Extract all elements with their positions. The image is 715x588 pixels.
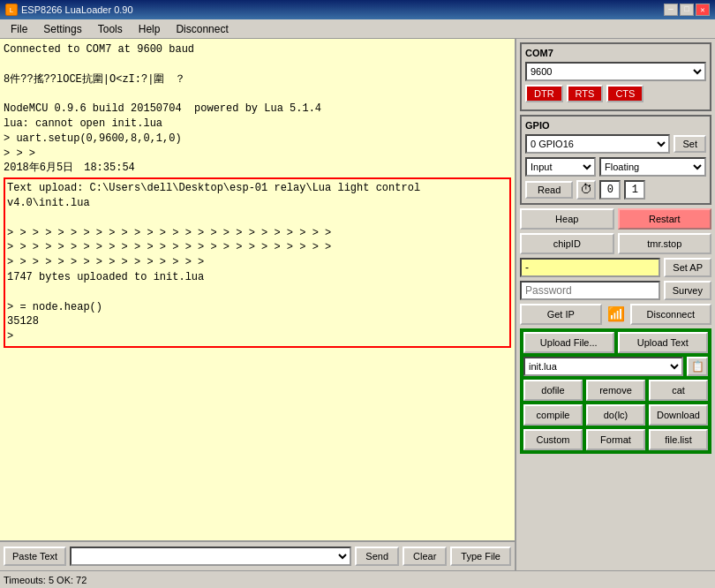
input-combo[interactable] (70, 547, 351, 566)
menu-help[interactable]: Help (132, 21, 168, 37)
gpio-read-button[interactable]: Read (525, 181, 573, 199)
status-bar: Timeouts: 5 OK: 72 (0, 570, 715, 588)
gpio-title: GPIO (525, 120, 706, 131)
wifi-icon: 📶 (606, 304, 627, 325)
disconnect-wifi-button[interactable]: Disconnect (630, 304, 712, 325)
gpio-section: GPIO 0 GPIO16 1 GPIO5 2 GPIO4 Set Input … (520, 115, 711, 205)
tmrstop-button[interactable]: tmr.stop (618, 233, 712, 254)
file-section: Upload File... Upload Text init.lua 📋 do… (520, 328, 711, 454)
password-input[interactable] (520, 281, 660, 300)
baud-select[interactable]: 9600 115200 57600 38400 19200 4800 (525, 62, 706, 81)
terminal-area[interactable]: Connected to COM7 at 9600 baud 8件??搖??lO… (0, 39, 515, 540)
menu-disconnect[interactable]: Disconnect (169, 21, 235, 37)
heap-button[interactable]: Heap (520, 208, 614, 230)
ssid-input[interactable] (520, 258, 660, 277)
cts-button[interactable]: CTS (606, 85, 644, 102)
custom-button[interactable]: Custom (523, 429, 583, 450)
file-select-row: init.lua 📋 (523, 357, 708, 376)
getip-row: Get IP 📶 Disconnect (520, 304, 711, 325)
gpio-val0: 0 (599, 180, 621, 200)
custom-row: Custom Format file.list (523, 429, 708, 450)
input-bar: Paste Text Send Clear Type File (0, 540, 515, 570)
restart-button[interactable]: Restart (618, 208, 712, 230)
close-button[interactable]: ✕ (696, 4, 710, 16)
dtr-button[interactable]: DTR (525, 85, 563, 102)
upload-row: Upload File... Upload Text (523, 332, 708, 353)
app-icon: L (5, 4, 18, 16)
dofile-button[interactable]: dofile (523, 380, 583, 401)
gpio-float-select[interactable]: Floating Pullup (599, 157, 706, 177)
cat-button[interactable]: cat (649, 380, 708, 401)
title-bar: L ESP8266 LuaLoader 0.90 — □ ✕ (0, 0, 715, 19)
remove-button[interactable]: remove (586, 380, 645, 401)
file-copy-icon[interactable]: 📋 (687, 357, 708, 376)
compile-row: compile do(lc) Download (523, 404, 708, 426)
dofile-row: dofile remove cat (523, 380, 708, 401)
right-panel: COM7 9600 115200 57600 38400 19200 4800 … (516, 39, 715, 570)
format-button[interactable]: Format (586, 429, 645, 450)
get-ip-button[interactable]: Get IP (520, 304, 602, 325)
main-container: Connected to COM7 at 9600 baud 8件??搖??lO… (0, 39, 715, 570)
menu-bar: File Settings Tools Help Disconnect (0, 19, 715, 39)
wifi-section: Set AP Survey Get IP 📶 Disconnect (520, 258, 711, 325)
minimize-button[interactable]: — (664, 4, 678, 16)
pass-row: Survey (520, 281, 711, 300)
gpio-set-button[interactable]: Set (674, 135, 706, 153)
gpio-mode-select[interactable]: Input Output (525, 157, 596, 177)
terminal-panel: Connected to COM7 at 9600 baud 8件??搖??lO… (0, 39, 516, 570)
gpio-select[interactable]: 0 GPIO16 1 GPIO5 2 GPIO4 (525, 134, 670, 154)
com-section: COM7 9600 115200 57600 38400 19200 4800 … (520, 42, 711, 111)
gpio-val1: 1 (624, 180, 645, 200)
timer-icon[interactable]: ⏱ (576, 180, 596, 200)
app-title: ESP8266 LuaLoader 0.90 (21, 4, 133, 15)
file-select[interactable]: init.lua (523, 357, 683, 376)
dolc-button[interactable]: do(lc) (586, 404, 645, 426)
menu-file[interactable]: File (4, 21, 34, 37)
paste-text-button[interactable]: Paste Text (4, 547, 66, 566)
menu-settings[interactable]: Settings (36, 21, 88, 37)
ssid-row: Set AP (520, 258, 711, 277)
chipid-tmrstop-row: chipID tmr.stop (520, 233, 711, 254)
clear-button[interactable]: Clear (403, 547, 447, 566)
com-title: COM7 (525, 48, 706, 58)
menu-tools[interactable]: Tools (91, 21, 130, 37)
upload-file-button[interactable]: Upload File... (523, 332, 614, 353)
type-file-button[interactable]: Type File (450, 547, 511, 566)
survey-button[interactable]: Survey (664, 281, 711, 300)
set-ap-button[interactable]: Set AP (664, 258, 711, 277)
upload-text-button[interactable]: Upload Text (618, 332, 709, 353)
download-button[interactable]: Download (649, 404, 708, 426)
send-button[interactable]: Send (355, 547, 399, 566)
compile-button[interactable]: compile (523, 404, 583, 426)
maximize-button[interactable]: □ (680, 4, 694, 16)
heap-restart-row: Heap Restart (520, 208, 711, 230)
terminal-output-pre: Connected to COM7 at 9600 baud 8件??搖??lO… (4, 42, 511, 176)
file-list-button[interactable]: file.list (649, 429, 708, 450)
terminal-highlight-text: Text upload: C:\Users\dell\Desktop\esp-0… (7, 181, 508, 344)
status-text: Timeouts: 5 OK: 72 (4, 575, 87, 585)
terminal-highlight-block: Text upload: C:\Users\dell\Desktop\esp-0… (4, 177, 511, 348)
chipid-button[interactable]: chipID (520, 233, 614, 254)
rts-button[interactable]: RTS (567, 85, 604, 102)
